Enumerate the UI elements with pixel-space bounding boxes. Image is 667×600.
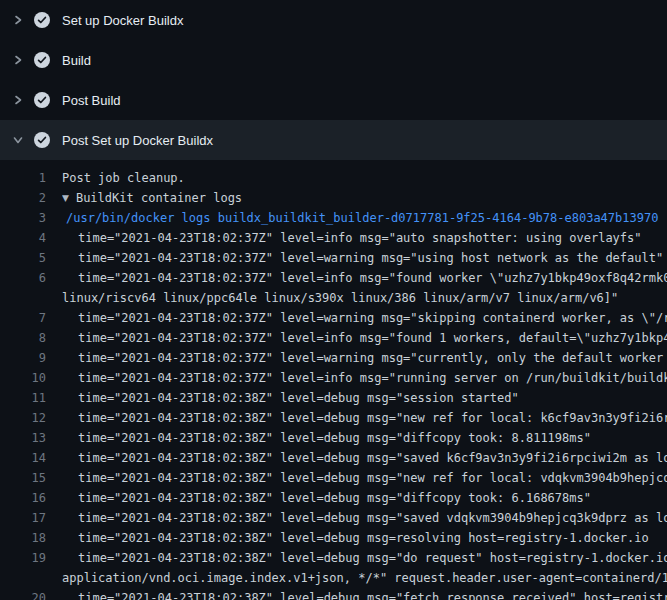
log-text: time="2021-04-23T18:02:37Z" level=info m… — [62, 228, 667, 248]
log-line: 9 time="2021-04-23T18:02:37Z" level=warn… — [0, 348, 667, 368]
step-label: Post Set up Docker Buildx — [62, 133, 213, 148]
line-number[interactable]: 8 — [0, 328, 46, 348]
line-number[interactable]: 15 — [0, 468, 46, 488]
log-text: time="2021-04-23T18:02:37Z" level=info m… — [62, 268, 667, 288]
log-text: application/vnd.oci.image.index.v1+json,… — [62, 568, 667, 588]
workflow-steps-list: Set up Docker Buildx Build Post Build Po… — [0, 0, 667, 160]
chevron-down-icon — [10, 132, 26, 148]
log-line: 1 Post job cleanup. — [0, 168, 667, 188]
line-number[interactable]: 11 — [0, 388, 46, 408]
log-text: time="2021-04-23T18:02:38Z" level=debug … — [62, 448, 667, 468]
line-number[interactable]: 9 — [0, 348, 46, 368]
log-line: 19 time="2021-04-23T18:02:38Z" level=deb… — [0, 548, 667, 568]
log-text: time="2021-04-23T18:02:37Z" level=info m… — [62, 368, 667, 388]
log-text: time="2021-04-23T18:02:38Z" level=debug … — [62, 548, 667, 568]
line-number — [0, 568, 46, 588]
log-line: 10 time="2021-04-23T18:02:37Z" level=inf… — [0, 368, 667, 388]
chevron-right-icon — [10, 52, 26, 68]
log-text: time="2021-04-23T18:02:37Z" level=warnin… — [62, 248, 667, 268]
line-number[interactable]: 20 — [0, 588, 46, 600]
log-line: 16 time="2021-04-23T18:02:38Z" level=deb… — [0, 488, 667, 508]
line-number — [0, 288, 46, 308]
log-line: 14 time="2021-04-23T18:02:38Z" level=deb… — [0, 448, 667, 468]
log-text: time="2021-04-23T18:02:38Z" level=debug … — [62, 428, 667, 448]
log-line: 15 time="2021-04-23T18:02:38Z" level=deb… — [0, 468, 667, 488]
log-line: 6 time="2021-04-23T18:02:37Z" level=info… — [0, 268, 667, 288]
log-line: 11 time="2021-04-23T18:02:38Z" level=deb… — [0, 388, 667, 408]
line-number[interactable]: 5 — [0, 248, 46, 268]
line-number[interactable]: 19 — [0, 548, 46, 568]
log-text: time="2021-04-23T18:02:37Z" level=warnin… — [62, 308, 667, 328]
log-line: 7 time="2021-04-23T18:02:37Z" level=warn… — [0, 308, 667, 328]
group-toggle-triangle-icon[interactable]: ▼ — [62, 188, 69, 208]
log-line: 20 time="2021-04-23T18:02:38Z" level=deb… — [0, 588, 667, 600]
log-line: 17 time="2021-04-23T18:02:38Z" level=deb… — [0, 508, 667, 528]
log-line-group-header: 2 ▼BuildKit container logs — [0, 188, 667, 208]
step-row-post-set-up-docker-buildx[interactable]: Post Set up Docker Buildx — [0, 120, 667, 160]
log-text: time="2021-04-23T18:02:38Z" level=debug … — [62, 388, 667, 408]
check-circle-icon — [34, 52, 50, 68]
line-number[interactable]: 12 — [0, 408, 46, 428]
check-circle-icon — [34, 92, 50, 108]
line-number[interactable]: 4 — [0, 228, 46, 248]
log-text: time="2021-04-23T18:02:38Z" level=debug … — [62, 508, 667, 528]
line-number[interactable]: 16 — [0, 488, 46, 508]
group-title: BuildKit container logs — [76, 191, 242, 205]
step-label: Build — [62, 53, 91, 68]
log-text: Post job cleanup. — [62, 168, 667, 188]
log-line: 18 time="2021-04-23T18:02:38Z" level=deb… — [0, 528, 667, 548]
chevron-right-icon — [10, 12, 26, 28]
log-text: time="2021-04-23T18:02:37Z" level=warnin… — [62, 348, 667, 368]
step-row-post-build[interactable]: Post Build — [0, 80, 667, 120]
log-text: time="2021-04-23T18:02:38Z" level=debug … — [62, 488, 667, 508]
line-number[interactable]: 6 — [0, 268, 46, 288]
log-text: linux/riscv64 linux/ppc64le linux/s390x … — [62, 288, 667, 308]
log-viewer: 1 Post job cleanup. 2 ▼BuildKit containe… — [0, 160, 667, 600]
log-text: time="2021-04-23T18:02:38Z" level=debug … — [62, 468, 667, 488]
line-number[interactable]: 7 — [0, 308, 46, 328]
log-text: time="2021-04-23T18:02:38Z" level=debug … — [62, 588, 667, 600]
step-row-set-up-docker-buildx[interactable]: Set up Docker Buildx — [0, 0, 667, 40]
log-line: 8 time="2021-04-23T18:02:37Z" level=info… — [0, 328, 667, 348]
line-number[interactable]: 3 — [0, 208, 46, 228]
line-number[interactable]: 14 — [0, 448, 46, 468]
line-number[interactable]: 13 — [0, 428, 46, 448]
log-text: ▼BuildKit container logs — [62, 188, 667, 208]
line-number[interactable]: 2 — [0, 188, 46, 208]
log-text: time="2021-04-23T18:02:38Z" level=debug … — [62, 528, 667, 548]
step-row-build[interactable]: Build — [0, 40, 667, 80]
line-number[interactable]: 1 — [0, 168, 46, 188]
step-label: Post Build — [62, 93, 121, 108]
line-number[interactable]: 17 — [0, 508, 46, 528]
step-label: Set up Docker Buildx — [62, 13, 183, 28]
log-line-wrap-continuation: linux/riscv64 linux/ppc64le linux/s390x … — [0, 288, 667, 308]
check-circle-icon — [34, 12, 50, 28]
log-line-command: 3 /usr/bin/docker logs buildx_buildkit_b… — [0, 208, 667, 228]
line-number[interactable]: 10 — [0, 368, 46, 388]
log-line: 12 time="2021-04-23T18:02:38Z" level=deb… — [0, 408, 667, 428]
chevron-right-icon — [10, 92, 26, 108]
log-line: 5 time="2021-04-23T18:02:37Z" level=warn… — [0, 248, 667, 268]
log-text: time="2021-04-23T18:02:38Z" level=debug … — [62, 408, 667, 428]
check-circle-icon — [34, 132, 50, 148]
line-number[interactable]: 18 — [0, 528, 46, 548]
command-text: /usr/bin/docker logs buildx_buildkit_bui… — [62, 208, 667, 228]
log-text: time="2021-04-23T18:02:37Z" level=info m… — [62, 328, 667, 348]
log-line: 13 time="2021-04-23T18:02:38Z" level=deb… — [0, 428, 667, 448]
log-line: 4 time="2021-04-23T18:02:37Z" level=info… — [0, 228, 667, 248]
log-line-wrap-continuation: application/vnd.oci.image.index.v1+json,… — [0, 568, 667, 588]
